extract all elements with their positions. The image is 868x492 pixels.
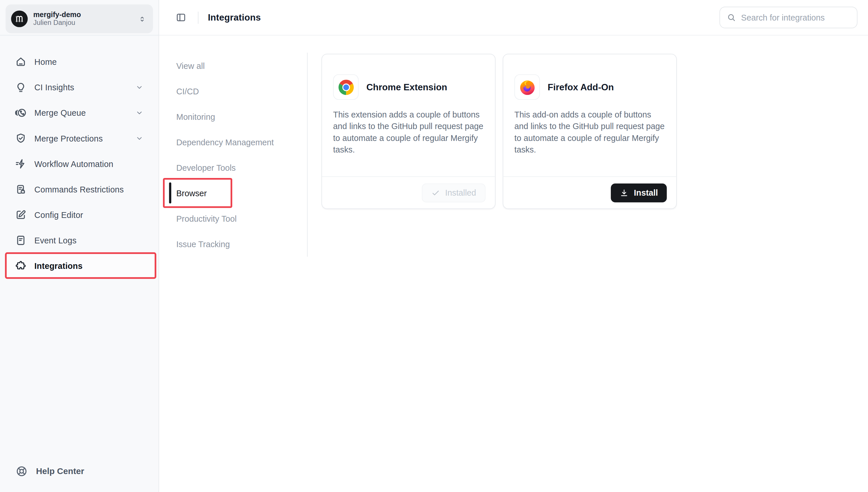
chevron-up-down-icon [138,15,146,23]
chevron-down-icon [135,83,144,91]
home-icon [15,56,27,68]
account-texts: mergify-demo Julien Danjou [33,10,138,27]
card-title: Chrome Extension [366,82,447,92]
check-icon [431,188,440,197]
sidebar-item-label: Config Editor [34,210,83,219]
install-button-label: Install [634,188,658,197]
category-dependency-management[interactable]: Dependency Management [159,129,307,154]
shield-check-icon [15,132,27,144]
category-issue-tracking[interactable]: Issue Tracking [159,231,307,257]
category-list: View all CI/CD Monitoring Dependency Man… [159,53,308,257]
chrome-logo-tile [333,74,358,100]
firefox-logo-tile [514,74,540,100]
sidebar-item-integrations[interactable]: Integrations [0,253,158,278]
sidebar-item-label: Event Logs [34,235,77,245]
account-section: mergify-demo Julien Danjou [0,0,158,35]
puzzle-icon [15,260,27,271]
search-icon [726,13,736,22]
category-view-all[interactable]: View all [159,53,307,78]
integrations-content: View all CI/CD Monitoring Dependency Man… [159,35,868,492]
sidebar-item-commands-restrictions[interactable]: Commands Restrictions [0,176,158,202]
card-header: Chrome Extension [333,74,484,100]
sidebar-item-label: Merge Protections [34,133,103,143]
page-title: Integrations [208,12,261,23]
sidebar-item-label: Workflow Automation [34,159,113,168]
card-description: This add-on adds a couple of buttons and… [514,108,665,155]
chevron-down-icon [135,108,144,117]
sidebar-item-label: Integrations [34,261,83,270]
lifebuoy-icon [16,465,28,477]
account-org-name: mergify-demo [33,10,138,19]
mergify-logo-avatar [11,10,27,27]
firefox-logo-icon [518,78,536,96]
bolt-icon [15,158,27,169]
account-switcher[interactable]: mergify-demo Julien Danjou [5,4,153,33]
sidebar-item-ci-insights[interactable]: CI Insights [0,74,158,100]
sidebar-item-label: CI Insights [34,82,74,92]
card-footer: Install [503,176,676,208]
chrome-logo-icon [337,78,355,96]
sidebar-item-label: Home [34,57,57,66]
card-title: Firefox Add-On [548,82,614,92]
card-footer: Installed [322,176,495,208]
sidebar-item-label: Merge Queue [34,108,86,118]
lightbulb-icon [15,81,27,93]
install-button[interactable]: Install [611,183,667,202]
chevron-down-icon [135,134,144,142]
header-divider [198,11,199,23]
chrome-extension-card: Chrome Extension This extension adds a c… [322,54,495,209]
document-lock-icon [15,183,27,195]
queue-icon [15,107,27,118]
category-ci-cd[interactable]: CI/CD [159,78,307,104]
search-box [720,7,858,28]
sidebar-panel-icon [175,12,186,23]
category-developer-tools[interactable]: Developer Tools [159,154,307,180]
category-browser[interactable]: Browser [159,180,307,206]
card-body: Firefox Add-On This add-on adds a couple… [503,54,676,176]
search-input[interactable] [741,13,850,22]
firefox-addon-card: Firefox Add-On This add-on adds a couple… [503,54,677,209]
sidebar: mergify-demo Julien Danjou Home CI Insig… [0,0,159,492]
sidebar-item-workflow-automation[interactable]: Workflow Automation [0,151,158,176]
integration-cards: Chrome Extension This extension adds a c… [322,54,677,209]
help-center-link[interactable]: Help Center [16,465,84,477]
card-description: This extension adds a couple of buttons … [333,108,484,155]
installed-button[interactable]: Installed [422,183,485,202]
document-lines-icon [15,234,27,246]
account-user-name: Julien Danjou [33,19,138,27]
download-icon [619,188,629,197]
installed-button-label: Installed [445,188,476,197]
sidebar-item-label: Commands Restrictions [34,184,124,194]
sidebar-item-config-editor[interactable]: Config Editor [0,202,158,227]
category-monitoring[interactable]: Monitoring [159,104,307,129]
sidebar-item-event-logs[interactable]: Event Logs [0,227,158,253]
app-window: mergify-demo Julien Danjou Home CI Insig… [0,0,868,492]
category-productivity-tool[interactable]: Productivity Tool [159,206,307,231]
edit-icon [15,209,27,220]
sidebar-toggle-button[interactable] [173,10,189,25]
help-center-label: Help Center [36,466,84,476]
sidebar-item-merge-protections[interactable]: Merge Protections [0,125,158,151]
sidebar-item-home[interactable]: Home [0,49,158,74]
card-header: Firefox Add-On [514,74,665,100]
card-body: Chrome Extension This extension adds a c… [322,54,495,176]
top-bar: Integrations [159,0,868,35]
sidebar-item-merge-queue[interactable]: Merge Queue [0,100,158,125]
sidebar-nav: Home CI Insights Merge Queue Merge Prote… [0,35,158,278]
main-area: Integrations View all CI/CD Monitoring D… [159,0,868,492]
